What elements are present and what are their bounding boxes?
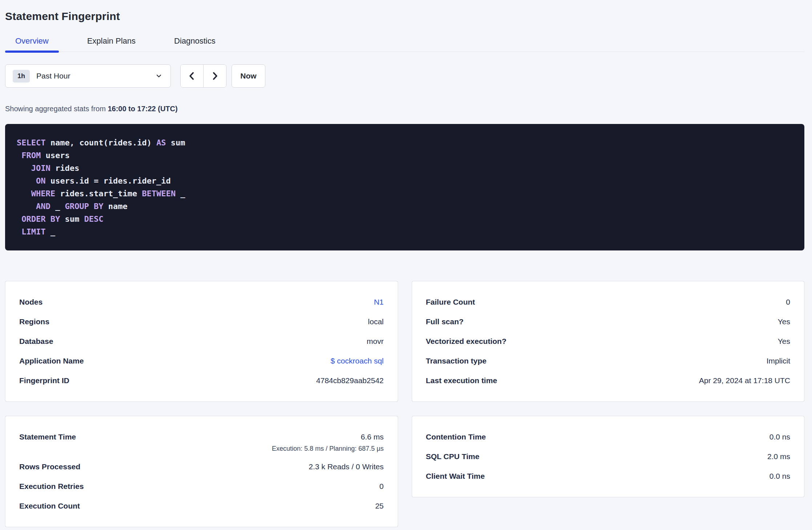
- stat-value: 6.6 ms: [361, 433, 383, 441]
- sql-text: rides: [51, 164, 79, 173]
- sql-keyword: AND: [36, 202, 51, 211]
- stat-label: Transaction type: [426, 357, 487, 365]
- sql-keyword: WHERE: [31, 189, 55, 198]
- sql-text: name, count(rides.id): [45, 138, 156, 147]
- sql-line: SELECT name, count(rides.id) AS sum: [17, 136, 793, 149]
- aggregated-stats-line: Showing aggregated stats from 16:00 to 1…: [5, 104, 804, 114]
- sql-statement-box: SELECT name, count(rides.id) AS sum FROM…: [5, 124, 804, 250]
- chevron-right-icon: [210, 71, 220, 81]
- stat-row: Databasemovr: [19, 332, 384, 351]
- statement-fingerprint-page: Statement Fingerprint OverviewExplain Pl…: [0, 0, 812, 530]
- stat-value: Yes: [778, 337, 790, 346]
- tab-explain-plans[interactable]: Explain Plans: [77, 36, 146, 52]
- sql-line: FROM users: [17, 149, 793, 162]
- tab-label: Diagnostics: [174, 36, 216, 45]
- stat-label: Full scan?: [426, 317, 464, 326]
- sql-line: WHERE rides.start_time BETWEEN _: [17, 187, 793, 200]
- chevron-down-icon: [155, 72, 162, 80]
- stat-label: Last execution time: [426, 376, 497, 385]
- sql-keyword: DESC: [84, 214, 103, 224]
- sql-text: [17, 214, 21, 224]
- stat-value: 2.0 ms: [767, 452, 790, 461]
- sql-keyword: AS: [156, 138, 166, 147]
- stat-row: Execution Count25: [19, 496, 384, 516]
- tab-diagnostics[interactable]: Diagnostics: [164, 36, 226, 52]
- tab-bar: OverviewExplain PlansDiagnostics: [5, 36, 804, 52]
- cards-grid: NodesN1RegionslocalDatabasemovrApplicati…: [5, 281, 804, 527]
- time-step-buttons: [180, 64, 226, 88]
- stat-label: Contention Time: [426, 433, 486, 441]
- now-button[interactable]: Now: [232, 64, 265, 88]
- stat-value: 0: [379, 482, 384, 491]
- stat-value: 4784cb829aab2542: [316, 376, 384, 385]
- stat-row: Execution Retries0: [19, 477, 384, 496]
- stat-value-link[interactable]: $ cockroach sql: [331, 357, 384, 365]
- card-timing-right: Contention Time0.0 nsSQL CPU Time2.0 msC…: [412, 416, 805, 497]
- sql-line: ON users.id = rides.rider_id: [17, 174, 793, 187]
- sql-keyword: ORDER BY: [21, 214, 60, 224]
- next-time-button[interactable]: [204, 65, 226, 87]
- stat-row: SQL CPU Time2.0 ms: [426, 447, 791, 466]
- sql-keyword: SELECT: [17, 138, 45, 147]
- stat-subvalue: Execution: 5.8 ms / Planning: 687.5 µs: [19, 444, 384, 453]
- stat-row: Failure Count0: [426, 292, 791, 312]
- time-window-picker[interactable]: 1h Past Hour: [5, 64, 171, 88]
- stat-label: Client Wait Time: [426, 472, 485, 481]
- sql-keyword: GROUP BY: [65, 202, 103, 211]
- sql-text: rides.start_time: [55, 189, 142, 198]
- card-timing-left: Statement Time6.6 msExecution: 5.8 ms / …: [5, 416, 398, 527]
- stat-label: Database: [19, 337, 53, 346]
- stat-value: 0.0 ns: [769, 433, 790, 441]
- sql-text: [17, 164, 31, 173]
- stat-value: 0: [786, 298, 790, 306]
- aggregated-stats-range: 16:00 to 17:22 (UTC): [108, 105, 177, 113]
- stat-value: Apr 29, 2024 at 17:18 UTC: [699, 376, 790, 385]
- time-toolbar: 1h Past Hour: [5, 64, 804, 88]
- stat-row: Client Wait Time0.0 ns: [426, 466, 791, 486]
- sql-text: _: [176, 189, 185, 198]
- stat-row: Contention Time0.0 ns: [426, 427, 791, 447]
- stat-value: 25: [375, 502, 383, 510]
- stat-label: SQL CPU Time: [426, 452, 479, 461]
- card-details-left: NodesN1RegionslocalDatabasemovrApplicati…: [5, 281, 398, 402]
- sql-keyword: LIMIT: [21, 227, 45, 236]
- stat-label: Regions: [19, 317, 49, 326]
- stat-row: NodesN1: [19, 292, 384, 312]
- stat-value-link[interactable]: N1: [374, 298, 384, 306]
- sql-text: [17, 176, 36, 185]
- sql-line: LIMIT _: [17, 225, 793, 238]
- stat-value: Implicit: [767, 357, 790, 365]
- stat-row: Vectorized execution?Yes: [426, 332, 791, 351]
- sql-text: name: [103, 202, 127, 211]
- time-window-label: Past Hour: [36, 72, 155, 80]
- stat-label: Fingerprint ID: [19, 376, 69, 385]
- stat-value: 2.3 k Reads / 0 Writes: [309, 462, 383, 471]
- sql-text: [17, 227, 21, 236]
- stat-row: Application Name$ cockroach sql: [19, 351, 384, 371]
- sql-keyword: FROM: [21, 151, 41, 160]
- sql-keyword: JOIN: [31, 164, 51, 173]
- stat-label: Rows Processed: [19, 462, 80, 471]
- stat-label: Vectorized execution?: [426, 337, 507, 346]
- sql-line: ORDER BY sum DESC: [17, 213, 793, 225]
- previous-time-button[interactable]: [181, 65, 204, 87]
- chevron-left-icon: [187, 71, 197, 81]
- stat-row: Regionslocal: [19, 312, 384, 332]
- stat-label: Execution Count: [19, 502, 80, 510]
- stat-value: local: [368, 317, 383, 326]
- tab-overview[interactable]: Overview: [5, 36, 59, 52]
- sql-text: [17, 151, 21, 160]
- stat-value: movr: [367, 337, 384, 346]
- sql-text: [17, 189, 31, 198]
- sql-line: JOIN rides: [17, 162, 793, 174]
- stat-label: Nodes: [19, 298, 43, 306]
- stat-label: Application Name: [19, 357, 84, 365]
- aggregated-stats-prefix: Showing aggregated stats from: [5, 105, 108, 113]
- stat-value: 0.0 ns: [769, 472, 790, 481]
- sql-text: _: [45, 227, 55, 236]
- page-title: Statement Fingerprint: [5, 0, 804, 23]
- stat-row: Transaction typeImplicit: [426, 351, 791, 371]
- sql-text: users: [41, 151, 69, 160]
- stat-value: Yes: [778, 317, 790, 326]
- stat-label: Statement Time: [19, 433, 76, 441]
